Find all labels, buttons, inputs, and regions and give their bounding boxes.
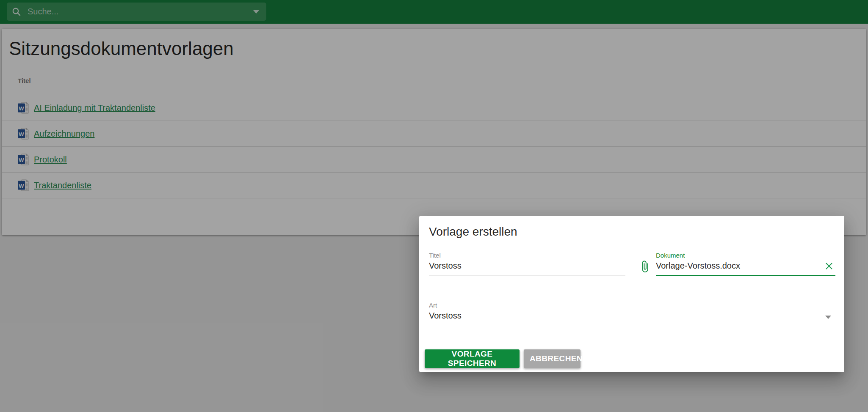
- save-template-button[interactable]: VORLAGE SPEICHERN: [425, 349, 520, 368]
- dokument-field[interactable]: Dokument: [656, 251, 835, 276]
- screen: Sitzungsdokumentvorlagen Titel W AI Einl…: [0, 0, 868, 412]
- dokument-input[interactable]: [656, 261, 820, 271]
- titel-label: Titel: [429, 252, 441, 259]
- chevron-down-icon[interactable]: [825, 316, 831, 319]
- dialog-actions: VORLAGE SPEICHERN ABBRECHEN: [425, 349, 581, 368]
- titel-field[interactable]: Titel: [429, 251, 625, 275]
- art-value[interactable]: Vorstoss: [429, 311, 835, 321]
- clear-icon[interactable]: [824, 261, 834, 271]
- cancel-button[interactable]: ABBRECHEN: [524, 349, 581, 368]
- paperclip-icon: [639, 260, 651, 273]
- create-template-dialog: Vorlage erstellen Titel Dokument Art Vor…: [419, 216, 844, 372]
- art-select[interactable]: Art Vorstoss: [429, 301, 835, 325]
- dialog-title: Vorlage erstellen: [429, 225, 517, 239]
- titel-input[interactable]: [429, 261, 625, 271]
- art-label: Art: [429, 302, 437, 309]
- dokument-label: Dokument: [656, 252, 685, 259]
